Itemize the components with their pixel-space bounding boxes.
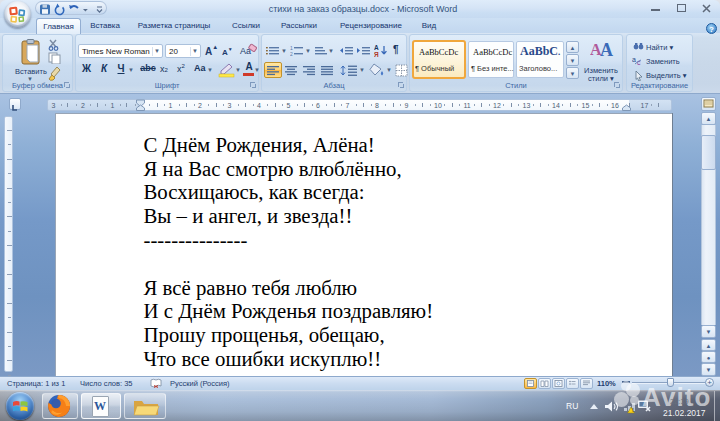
svg-text:А: А (374, 44, 379, 51)
svg-text:!: ! (632, 407, 634, 413)
svg-text:2: 2 (290, 51, 293, 57)
svg-text:a: a (632, 56, 636, 63)
svg-text:Я: Я (374, 51, 379, 58)
svg-text:A: A (600, 40, 613, 57)
